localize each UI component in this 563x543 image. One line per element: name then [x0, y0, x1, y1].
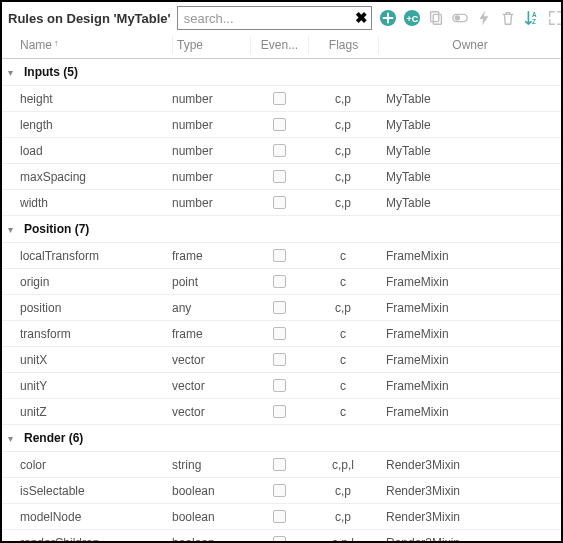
sort-arrow-icon: ↑ — [54, 38, 59, 48]
cell-flags: c — [308, 327, 378, 341]
col-header-name[interactable]: Name↑ — [2, 36, 172, 54]
table-row[interactable]: positionanyc,pFrameMixin — [2, 295, 561, 321]
checkbox-icon[interactable] — [273, 484, 286, 497]
table-row[interactable]: loadnumberc,pMyTable — [2, 138, 561, 164]
cell-flags: c — [308, 379, 378, 393]
cell-owner: Render3Mixin — [378, 458, 561, 472]
checkbox-icon[interactable] — [273, 144, 286, 157]
cell-type: boolean — [172, 536, 250, 542]
col-header-flags[interactable]: Flags — [308, 36, 378, 54]
table-row[interactable]: heightnumberc,pMyTable — [2, 86, 561, 112]
add-c-icon[interactable]: +C — [402, 8, 422, 28]
checkbox-icon[interactable] — [273, 170, 286, 183]
toggle-icon[interactable] — [450, 8, 470, 28]
group-label: Render (6) — [24, 431, 83, 445]
bolt-icon[interactable] — [474, 8, 494, 28]
cell-even — [250, 536, 308, 541]
cell-type: frame — [172, 327, 250, 341]
cell-type: number — [172, 92, 250, 106]
cell-type: frame — [172, 249, 250, 263]
checkbox-icon[interactable] — [273, 275, 286, 288]
cell-type: string — [172, 458, 250, 472]
table-row[interactable]: transformframecFrameMixin — [2, 321, 561, 347]
cell-flags: c,p — [308, 301, 378, 315]
search-input[interactable] — [177, 6, 372, 30]
group-row[interactable]: ▾Inputs (5) — [2, 59, 561, 86]
table-row[interactable]: unitZvectorcFrameMixin — [2, 399, 561, 425]
cell-name: height — [2, 92, 172, 106]
chevron-down-icon: ▾ — [8, 433, 18, 444]
checkbox-icon[interactable] — [273, 510, 286, 523]
cell-name: maxSpacing — [2, 170, 172, 184]
checkbox-icon[interactable] — [273, 379, 286, 392]
page-title: Rules on Design 'MyTable' — [8, 11, 171, 26]
cell-flags: c — [308, 275, 378, 289]
cell-even — [250, 458, 308, 471]
col-header-owner[interactable]: Owner — [378, 36, 561, 54]
checkbox-icon[interactable] — [273, 301, 286, 314]
table-scroll-area[interactable]: ▾Inputs (5)heightnumberc,pMyTablelengthn… — [2, 59, 561, 541]
cell-type: number — [172, 118, 250, 132]
checkbox-icon[interactable] — [273, 405, 286, 418]
table-row[interactable]: isSelectablebooleanc,pRender3Mixin — [2, 478, 561, 504]
group-label: Inputs (5) — [24, 65, 78, 79]
cell-owner: Render3Mixin — [378, 536, 561, 542]
table-row[interactable]: originpointcFrameMixin — [2, 269, 561, 295]
cell-owner: MyTable — [378, 92, 561, 106]
checkbox-icon[interactable] — [273, 353, 286, 366]
table-row[interactable]: maxSpacingnumberc,pMyTable — [2, 164, 561, 190]
cell-name: width — [2, 196, 172, 210]
col-header-even[interactable]: Even... — [250, 36, 308, 54]
checkbox-icon[interactable] — [273, 536, 286, 541]
table-row[interactable]: widthnumberc,pMyTable — [2, 190, 561, 216]
cell-owner: FrameMixin — [378, 301, 561, 315]
cell-type: boolean — [172, 510, 250, 524]
group-label: Position (7) — [24, 222, 89, 236]
group-row[interactable]: ▾Render (6) — [2, 425, 561, 452]
col-header-type[interactable]: Type — [172, 36, 250, 54]
checkbox-icon[interactable] — [273, 118, 286, 131]
cell-even — [250, 144, 308, 157]
cell-even — [250, 405, 308, 418]
table-row[interactable]: renderChildrenbooleanc,p,lRender3Mixin — [2, 530, 561, 541]
sort-az-icon[interactable]: AZ — [522, 8, 542, 28]
clear-search-icon[interactable]: ✖ — [355, 9, 368, 27]
cell-name: position — [2, 301, 172, 315]
table-row[interactable]: lengthnumberc,pMyTable — [2, 112, 561, 138]
cell-name: unitX — [2, 353, 172, 367]
cell-even — [250, 510, 308, 523]
checkbox-icon[interactable] — [273, 92, 286, 105]
cell-flags: c,p — [308, 92, 378, 106]
cell-type: point — [172, 275, 250, 289]
cell-even — [250, 92, 308, 105]
table-row[interactable]: unitYvectorcFrameMixin — [2, 373, 561, 399]
cell-owner: MyTable — [378, 170, 561, 184]
cell-even — [250, 484, 308, 497]
cell-flags: c,p — [308, 118, 378, 132]
copy-icon[interactable] — [426, 8, 446, 28]
cell-even — [250, 379, 308, 392]
group-row[interactable]: ▾Position (7) — [2, 216, 561, 243]
table-row[interactable]: colorstringc,p,lRender3Mixin — [2, 452, 561, 478]
cell-even — [250, 275, 308, 288]
chevron-down-icon: ▾ — [8, 67, 18, 78]
cell-flags: c — [308, 249, 378, 263]
table-row[interactable]: localTransformframecFrameMixin — [2, 243, 561, 269]
cell-type: number — [172, 144, 250, 158]
expand-icon[interactable] — [546, 8, 563, 28]
col-header-name-label: Name — [20, 38, 52, 52]
cell-owner: FrameMixin — [378, 327, 561, 341]
checkbox-icon[interactable] — [273, 327, 286, 340]
checkbox-icon[interactable] — [273, 249, 286, 262]
add-icon[interactable] — [378, 8, 398, 28]
checkbox-icon[interactable] — [273, 196, 286, 209]
trash-icon[interactable] — [498, 8, 518, 28]
svg-text:Z: Z — [532, 18, 536, 25]
cell-owner: Render3Mixin — [378, 484, 561, 498]
checkbox-icon[interactable] — [273, 458, 286, 471]
cell-name: color — [2, 458, 172, 472]
cell-name: transform — [2, 327, 172, 341]
cell-owner: FrameMixin — [378, 405, 561, 419]
table-row[interactable]: modelNodebooleanc,pRender3Mixin — [2, 504, 561, 530]
table-row[interactable]: unitXvectorcFrameMixin — [2, 347, 561, 373]
